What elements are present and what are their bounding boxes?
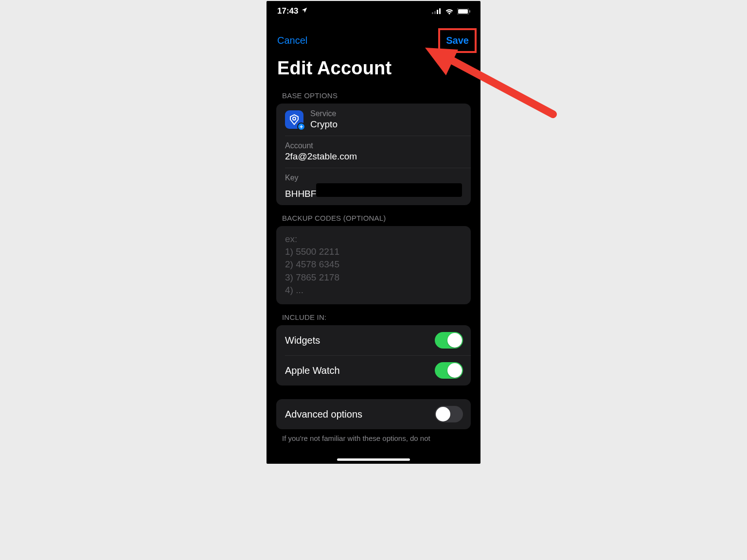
save-highlight-box: Save [438,28,477,53]
widgets-row: Widgets [276,325,471,355]
status-time: 17:43 [277,6,298,16]
svg-rect-5 [458,9,468,14]
phone-screen: 17:43 [267,1,480,464]
widgets-toggle[interactable] [435,332,463,349]
svg-rect-1 [434,11,436,14]
home-indicator[interactable] [337,458,410,461]
applewatch-label: Apple Watch [285,365,340,376]
service-label: Service [310,109,338,118]
backup-codes-header: BACKUP CODES (OPTIONAL) [267,205,480,226]
status-bar: 17:43 [267,1,480,21]
svg-rect-0 [432,12,433,14]
svg-rect-3 [439,8,441,14]
svg-rect-2 [437,10,438,14]
backup-codes-textarea[interactable]: ex: 1) 5500 2211 2) 4578 6345 3) 7865 21… [276,226,471,304]
include-in-group: Widgets Apple Watch [276,325,471,385]
battery-icon [457,8,471,15]
key-row[interactable]: Key BHHBF [276,168,471,205]
cellular-icon [432,8,442,14]
wifi-icon [445,8,454,15]
service-icon: + [285,110,303,129]
advanced-footer: If you're not familiar with these option… [267,429,480,442]
service-value: Crypto [310,119,338,130]
advanced-group: Advanced options [276,399,471,429]
advanced-row: Advanced options [276,399,471,429]
service-row[interactable]: + Service Crypto [276,104,471,136]
advanced-label: Advanced options [285,409,362,420]
base-options-group: + Service Crypto Account 2fa@2stable.com… [276,104,471,205]
widgets-label: Widgets [285,335,320,346]
account-row[interactable]: Account 2fa@2stable.com [276,136,471,168]
nav-bar: Cancel Save [267,21,480,53]
svg-point-7 [293,117,296,120]
key-label: Key [285,174,462,182]
include-in-header: INCLUDE IN: [267,304,480,325]
save-button[interactable]: Save [446,35,469,46]
add-badge-icon: + [297,122,305,131]
applewatch-toggle[interactable] [435,362,463,379]
cancel-button[interactable]: Cancel [277,35,307,46]
location-icon [301,6,308,16]
applewatch-row: Apple Watch [276,355,471,385]
key-redaction-mask [316,183,462,197]
page-title: Edit Account [267,53,480,83]
base-options-header: BASE OPTIONS [267,83,480,104]
account-value: 2fa@2stable.com [285,151,462,162]
key-visible: BHHBF [285,189,316,199]
advanced-toggle[interactable] [435,406,463,422]
svg-rect-6 [469,10,470,13]
account-label: Account [285,141,462,150]
